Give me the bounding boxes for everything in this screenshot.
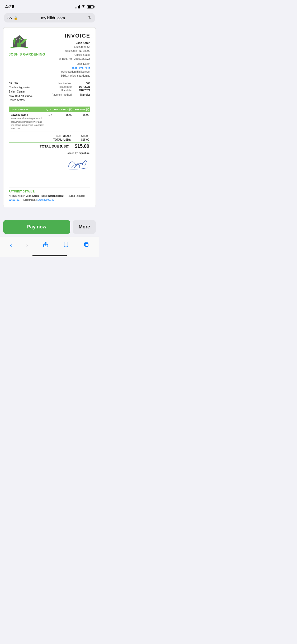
battery-icon <box>87 5 94 8</box>
bill-to: BILL TO Charles Eggsavier Salem Center N… <box>9 82 52 102</box>
totals-section: SUBTOTAL: $15.00 TOTAL (USD): $15.00 TOT… <box>9 135 90 149</box>
url-text[interactable]: my.billdu.com <box>20 16 86 20</box>
invoice-title: INVOICE <box>57 33 90 39</box>
share-icon <box>43 242 49 249</box>
wifi-icon <box>81 5 86 9</box>
payment-details-text: Account holder: Josh Karen Bank: Nationa… <box>9 194 90 202</box>
invoice-table: DESCRIPTION QTY. UNIT PRICE ($) AMOUNT (… <box>9 107 90 131</box>
col-qty: QTY. <box>45 107 53 112</box>
total-due-row: TOTAL DUE (USD) $15.00 <box>9 144 90 149</box>
total-usd-row: TOTAL (USD): $15.00 <box>9 138 90 142</box>
svg-point-3 <box>19 38 20 39</box>
company-details: Josh Karen 650 Creek St. West Creek NJ 0… <box>57 41 90 78</box>
forward-button[interactable]: › <box>24 240 30 251</box>
bill-section: BILL TO Charles Eggsavier Salem Center N… <box>9 82 90 102</box>
address-bar-container: AA 🔒 my.billdu.com ↻ <box>0 12 99 25</box>
refresh-icon[interactable]: ↻ <box>88 15 92 20</box>
col-amount: AMOUNT ($) <box>73 107 90 112</box>
signature-section: Issued by, signature: <box>9 152 90 171</box>
status-icons <box>76 5 94 9</box>
company-logo <box>9 33 30 51</box>
pay-now-button[interactable]: Pay now <box>3 220 70 234</box>
aa-label[interactable]: AA <box>7 16 12 20</box>
bottom-nav: ‹ › <box>0 237 99 253</box>
lock-icon: 🔒 <box>14 16 18 20</box>
subtotal-row: SUBTOTAL: $15.00 <box>9 135 90 137</box>
company-name-logo: JOSH'S GARDENING <box>9 52 45 56</box>
table-row: Lawn Mowing Professional mowing of small… <box>9 112 90 131</box>
tabs-icon <box>83 242 89 249</box>
bookmarks-button[interactable] <box>61 240 71 251</box>
more-button[interactable]: More <box>73 220 96 234</box>
signal-icon <box>76 5 80 8</box>
invoice-header: JOSH'S GARDENING INVOICE Josh Karen 650 … <box>9 33 90 78</box>
content-area: JOSH'S GARDENING INVOICE Josh Karen 650 … <box>0 25 99 212</box>
status-bar: 4:26 <box>0 0 99 12</box>
status-time: 4:26 <box>5 4 14 10</box>
home-indicator <box>0 253 99 257</box>
back-button[interactable]: ‹ <box>8 240 14 251</box>
svg-point-2 <box>16 39 17 40</box>
home-bar <box>32 255 67 256</box>
logo-section: JOSH'S GARDENING <box>9 33 45 56</box>
table-body: Lawn Mowing Professional mowing of small… <box>9 112 90 131</box>
address-bar[interactable]: AA 🔒 my.billdu.com ↻ <box>4 13 95 22</box>
payment-details-section: PAYMENT DETAILS: Account holder: Josh Ka… <box>9 187 90 202</box>
bookmarks-icon <box>63 242 69 249</box>
svg-rect-7 <box>85 243 88 246</box>
svg-point-4 <box>21 39 22 40</box>
invoice-title-section: INVOICE Josh Karen 650 Creek St. West Cr… <box>57 33 90 78</box>
invoice-meta: Invoice No.: 005 Issue date: 5/27/2021 D… <box>52 82 90 102</box>
bottom-spacer <box>0 212 99 217</box>
signature-image <box>64 155 90 171</box>
action-bar: Pay now More <box>0 217 99 237</box>
invoice-card: JOSH'S GARDENING INVOICE Josh Karen 650 … <box>3 27 96 207</box>
share-button[interactable] <box>41 240 51 251</box>
back-icon: ‹ <box>10 242 12 249</box>
forward-icon: › <box>26 242 28 249</box>
col-unit-price: UNIT PRICE ($) <box>53 107 73 112</box>
table-header: DESCRIPTION QTY. UNIT PRICE ($) AMOUNT (… <box>9 107 90 112</box>
col-description: DESCRIPTION <box>9 107 45 112</box>
tabs-button[interactable] <box>81 240 91 251</box>
